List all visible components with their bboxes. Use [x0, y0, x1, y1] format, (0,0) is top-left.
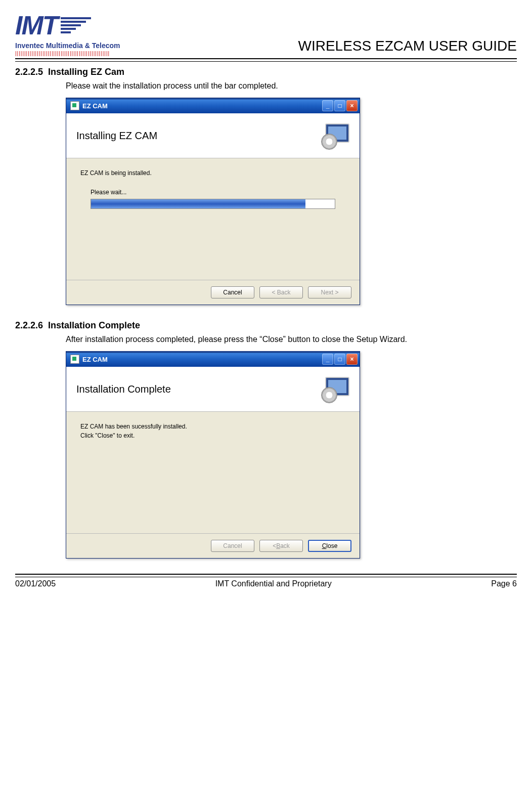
installer-window-2: EZ CAM _ □ × Installation Complete EZ CA…	[66, 351, 360, 559]
app-icon	[70, 355, 79, 364]
banner-title: Installing EZ CAM	[76, 130, 157, 142]
section-number: 2.2.2.6	[15, 320, 43, 330]
dialog-body: EZ CAM is being installed. Please wait..…	[66, 158, 360, 280]
minimize-button[interactable]: _	[322, 100, 333, 111]
page-footer: 02/01/2005 IMT Confidential and Propriet…	[15, 574, 517, 588]
section-title: Installing EZ Cam	[48, 67, 124, 77]
logo-stripes-icon	[61, 17, 91, 33]
banner: Installation Complete	[66, 367, 360, 412]
screenshot-2: EZ CAM _ □ × Installation Complete EZ CA…	[66, 351, 517, 559]
footer-center: IMT Confidential and Proprietary	[215, 579, 332, 588]
close-button-footer[interactable]: Close	[308, 540, 351, 552]
progress-label: Please wait...	[91, 189, 335, 196]
cancel-button[interactable]: Cancel	[211, 286, 254, 298]
page-header: IMT Inventec Multimedia & Telecom ||||||…	[15, 10, 517, 59]
titlebar: EZ CAM _ □ ×	[66, 352, 360, 367]
logo-block: IMT Inventec Multimedia & Telecom ||||||…	[15, 10, 120, 56]
section-heading-1: 2.2.2.5 Installing EZ Cam	[15, 67, 517, 77]
body-line-1: EZ CAM has been sucessfully installed.	[80, 423, 345, 430]
section-number: 2.2.2.5	[15, 67, 43, 77]
section-heading-2: 2.2.2.6 Installation Complete	[15, 320, 517, 331]
installer-window-1: EZ CAM _ □ × Installing EZ CAM EZ CAM is…	[66, 98, 360, 305]
banner-title: Installation Complete	[76, 383, 171, 395]
banner: Installing EZ CAM	[66, 113, 360, 158]
document-title: WIRELESS EZCAM USER GUIDE	[298, 38, 517, 56]
close-button[interactable]: ×	[346, 354, 358, 365]
dialog-footer: Cancel < Back Next >	[66, 280, 360, 305]
window-title: EZ CAM	[82, 356, 321, 363]
dialog-footer: Cancel < Back Close	[66, 533, 360, 558]
back-button: < Back	[259, 286, 303, 298]
body-line-2: Click "Close" to exit.	[80, 432, 345, 439]
maximize-button[interactable]: □	[334, 354, 345, 365]
body-line-1: EZ CAM is being installed.	[80, 169, 345, 177]
dialog-body: EZ CAM has been sucessfully installed. C…	[66, 412, 360, 533]
screenshot-1: EZ CAM _ □ × Installing EZ CAM EZ CAM is…	[66, 98, 517, 305]
section-body-1: Please wait the installation process unt…	[66, 81, 517, 91]
back-button: < Back	[259, 540, 303, 552]
installer-icon	[321, 375, 349, 403]
progress-bar	[91, 199, 335, 209]
section-body-2: After installation process completed, pl…	[66, 335, 517, 344]
maximize-button[interactable]: □	[334, 100, 345, 111]
next-button: Next >	[308, 286, 351, 298]
minimize-button[interactable]: _	[322, 354, 333, 365]
section-title: Installation Complete	[48, 320, 140, 330]
window-title: EZ CAM	[82, 102, 321, 110]
header-rule	[15, 61, 517, 62]
logo-text: IMT	[15, 10, 58, 40]
footer-page: Page 6	[491, 579, 517, 588]
footer-date: 02/01/2005	[15, 579, 56, 588]
titlebar: EZ CAM _ □ ×	[66, 98, 360, 113]
installer-icon	[321, 121, 349, 150]
progress-fill	[91, 199, 305, 208]
logo-subtitle: Inventec Multimedia & Telecom	[15, 41, 120, 50]
cancel-button: Cancel	[211, 540, 254, 552]
logo-dots-icon: ||||||||||||||||||||||||||||||||||||||||…	[15, 51, 110, 56]
close-button[interactable]: ×	[346, 100, 358, 111]
app-icon	[70, 101, 79, 110]
